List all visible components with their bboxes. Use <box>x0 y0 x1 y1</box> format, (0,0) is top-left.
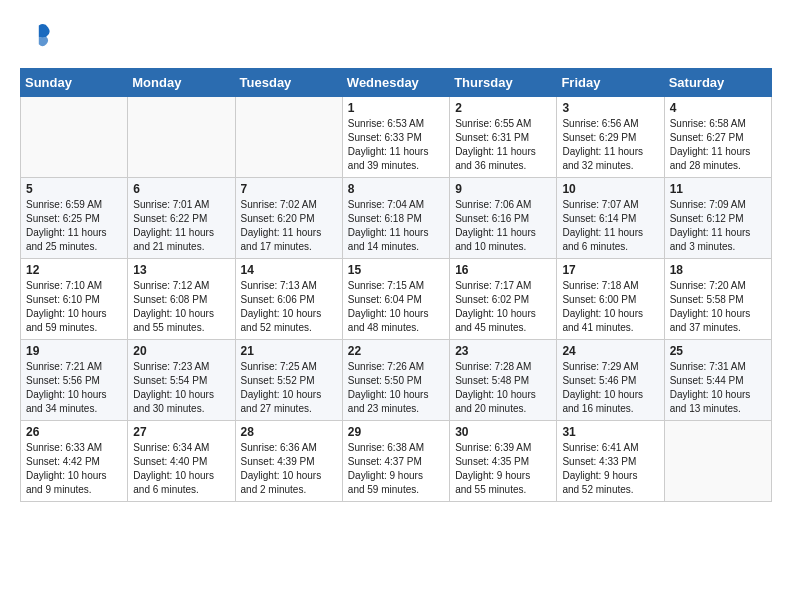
calendar-cell <box>128 97 235 178</box>
weekday-header-friday: Friday <box>557 69 664 97</box>
day-number: 24 <box>562 344 658 358</box>
calendar-cell: 16Sunrise: 7:17 AM Sunset: 6:02 PM Dayli… <box>450 259 557 340</box>
day-info: Sunrise: 7:12 AM Sunset: 6:08 PM Dayligh… <box>133 279 229 335</box>
day-number: 31 <box>562 425 658 439</box>
calendar-cell: 4Sunrise: 6:58 AM Sunset: 6:27 PM Daylig… <box>664 97 771 178</box>
calendar-cell: 2Sunrise: 6:55 AM Sunset: 6:31 PM Daylig… <box>450 97 557 178</box>
logo <box>20 20 50 52</box>
calendar-cell: 19Sunrise: 7:21 AM Sunset: 5:56 PM Dayli… <box>21 340 128 421</box>
day-info: Sunrise: 6:55 AM Sunset: 6:31 PM Dayligh… <box>455 117 551 173</box>
day-info: Sunrise: 7:09 AM Sunset: 6:12 PM Dayligh… <box>670 198 766 254</box>
calendar-cell: 17Sunrise: 7:18 AM Sunset: 6:00 PM Dayli… <box>557 259 664 340</box>
day-number: 7 <box>241 182 337 196</box>
day-number: 9 <box>455 182 551 196</box>
day-number: 20 <box>133 344 229 358</box>
day-number: 12 <box>26 263 122 277</box>
day-info: Sunrise: 6:39 AM Sunset: 4:35 PM Dayligh… <box>455 441 551 497</box>
calendar-cell: 7Sunrise: 7:02 AM Sunset: 6:20 PM Daylig… <box>235 178 342 259</box>
calendar-cell: 14Sunrise: 7:13 AM Sunset: 6:06 PM Dayli… <box>235 259 342 340</box>
calendar-cell: 1Sunrise: 6:53 AM Sunset: 6:33 PM Daylig… <box>342 97 449 178</box>
calendar-cell: 24Sunrise: 7:29 AM Sunset: 5:46 PM Dayli… <box>557 340 664 421</box>
day-info: Sunrise: 7:20 AM Sunset: 5:58 PM Dayligh… <box>670 279 766 335</box>
day-info: Sunrise: 7:31 AM Sunset: 5:44 PM Dayligh… <box>670 360 766 416</box>
calendar-cell: 26Sunrise: 6:33 AM Sunset: 4:42 PM Dayli… <box>21 421 128 502</box>
calendar-header-row: SundayMondayTuesdayWednesdayThursdayFrid… <box>21 69 772 97</box>
calendar-cell: 20Sunrise: 7:23 AM Sunset: 5:54 PM Dayli… <box>128 340 235 421</box>
day-info: Sunrise: 7:01 AM Sunset: 6:22 PM Dayligh… <box>133 198 229 254</box>
day-number: 27 <box>133 425 229 439</box>
calendar-cell: 21Sunrise: 7:25 AM Sunset: 5:52 PM Dayli… <box>235 340 342 421</box>
day-number: 13 <box>133 263 229 277</box>
day-info: Sunrise: 6:56 AM Sunset: 6:29 PM Dayligh… <box>562 117 658 173</box>
calendar-cell: 13Sunrise: 7:12 AM Sunset: 6:08 PM Dayli… <box>128 259 235 340</box>
weekday-header-sunday: Sunday <box>21 69 128 97</box>
day-info: Sunrise: 7:10 AM Sunset: 6:10 PM Dayligh… <box>26 279 122 335</box>
day-info: Sunrise: 7:07 AM Sunset: 6:14 PM Dayligh… <box>562 198 658 254</box>
day-info: Sunrise: 7:02 AM Sunset: 6:20 PM Dayligh… <box>241 198 337 254</box>
day-number: 30 <box>455 425 551 439</box>
day-info: Sunrise: 7:25 AM Sunset: 5:52 PM Dayligh… <box>241 360 337 416</box>
calendar-cell: 25Sunrise: 7:31 AM Sunset: 5:44 PM Dayli… <box>664 340 771 421</box>
day-info: Sunrise: 6:41 AM Sunset: 4:33 PM Dayligh… <box>562 441 658 497</box>
calendar-week-2: 12Sunrise: 7:10 AM Sunset: 6:10 PM Dayli… <box>21 259 772 340</box>
calendar-cell: 31Sunrise: 6:41 AM Sunset: 4:33 PM Dayli… <box>557 421 664 502</box>
day-info: Sunrise: 6:38 AM Sunset: 4:37 PM Dayligh… <box>348 441 444 497</box>
day-info: Sunrise: 6:36 AM Sunset: 4:39 PM Dayligh… <box>241 441 337 497</box>
day-info: Sunrise: 6:58 AM Sunset: 6:27 PM Dayligh… <box>670 117 766 173</box>
day-number: 28 <box>241 425 337 439</box>
calendar-cell: 3Sunrise: 6:56 AM Sunset: 6:29 PM Daylig… <box>557 97 664 178</box>
day-number: 22 <box>348 344 444 358</box>
calendar-cell: 29Sunrise: 6:38 AM Sunset: 4:37 PM Dayli… <box>342 421 449 502</box>
day-number: 18 <box>670 263 766 277</box>
calendar-week-1: 5Sunrise: 6:59 AM Sunset: 6:25 PM Daylig… <box>21 178 772 259</box>
calendar-cell <box>235 97 342 178</box>
day-info: Sunrise: 7:04 AM Sunset: 6:18 PM Dayligh… <box>348 198 444 254</box>
calendar-cell: 9Sunrise: 7:06 AM Sunset: 6:16 PM Daylig… <box>450 178 557 259</box>
calendar-table: SundayMondayTuesdayWednesdayThursdayFrid… <box>20 68 772 502</box>
day-number: 29 <box>348 425 444 439</box>
calendar-cell: 18Sunrise: 7:20 AM Sunset: 5:58 PM Dayli… <box>664 259 771 340</box>
calendar-cell: 22Sunrise: 7:26 AM Sunset: 5:50 PM Dayli… <box>342 340 449 421</box>
calendar-cell: 6Sunrise: 7:01 AM Sunset: 6:22 PM Daylig… <box>128 178 235 259</box>
day-number: 6 <box>133 182 229 196</box>
day-number: 5 <box>26 182 122 196</box>
day-info: Sunrise: 6:33 AM Sunset: 4:42 PM Dayligh… <box>26 441 122 497</box>
page-header <box>20 20 772 52</box>
day-number: 19 <box>26 344 122 358</box>
day-info: Sunrise: 7:28 AM Sunset: 5:48 PM Dayligh… <box>455 360 551 416</box>
weekday-header-wednesday: Wednesday <box>342 69 449 97</box>
calendar-cell: 27Sunrise: 6:34 AM Sunset: 4:40 PM Dayli… <box>128 421 235 502</box>
day-number: 10 <box>562 182 658 196</box>
calendar-cell: 15Sunrise: 7:15 AM Sunset: 6:04 PM Dayli… <box>342 259 449 340</box>
calendar-week-3: 19Sunrise: 7:21 AM Sunset: 5:56 PM Dayli… <box>21 340 772 421</box>
calendar-cell: 28Sunrise: 6:36 AM Sunset: 4:39 PM Dayli… <box>235 421 342 502</box>
day-info: Sunrise: 7:06 AM Sunset: 6:16 PM Dayligh… <box>455 198 551 254</box>
day-number: 4 <box>670 101 766 115</box>
day-info: Sunrise: 7:13 AM Sunset: 6:06 PM Dayligh… <box>241 279 337 335</box>
weekday-header-saturday: Saturday <box>664 69 771 97</box>
calendar-cell <box>664 421 771 502</box>
day-info: Sunrise: 6:34 AM Sunset: 4:40 PM Dayligh… <box>133 441 229 497</box>
day-info: Sunrise: 7:21 AM Sunset: 5:56 PM Dayligh… <box>26 360 122 416</box>
day-info: Sunrise: 7:17 AM Sunset: 6:02 PM Dayligh… <box>455 279 551 335</box>
day-info: Sunrise: 6:53 AM Sunset: 6:33 PM Dayligh… <box>348 117 444 173</box>
day-info: Sunrise: 7:15 AM Sunset: 6:04 PM Dayligh… <box>348 279 444 335</box>
day-number: 1 <box>348 101 444 115</box>
day-number: 25 <box>670 344 766 358</box>
calendar-week-0: 1Sunrise: 6:53 AM Sunset: 6:33 PM Daylig… <box>21 97 772 178</box>
day-info: Sunrise: 7:18 AM Sunset: 6:00 PM Dayligh… <box>562 279 658 335</box>
day-info: Sunrise: 7:26 AM Sunset: 5:50 PM Dayligh… <box>348 360 444 416</box>
day-number: 26 <box>26 425 122 439</box>
logo-icon <box>22 20 50 48</box>
weekday-header-monday: Monday <box>128 69 235 97</box>
calendar-week-4: 26Sunrise: 6:33 AM Sunset: 4:42 PM Dayli… <box>21 421 772 502</box>
calendar-cell: 23Sunrise: 7:28 AM Sunset: 5:48 PM Dayli… <box>450 340 557 421</box>
calendar-cell: 30Sunrise: 6:39 AM Sunset: 4:35 PM Dayli… <box>450 421 557 502</box>
calendar-cell: 12Sunrise: 7:10 AM Sunset: 6:10 PM Dayli… <box>21 259 128 340</box>
calendar-cell <box>21 97 128 178</box>
day-number: 21 <box>241 344 337 358</box>
day-number: 3 <box>562 101 658 115</box>
day-info: Sunrise: 7:29 AM Sunset: 5:46 PM Dayligh… <box>562 360 658 416</box>
weekday-header-thursday: Thursday <box>450 69 557 97</box>
day-number: 15 <box>348 263 444 277</box>
